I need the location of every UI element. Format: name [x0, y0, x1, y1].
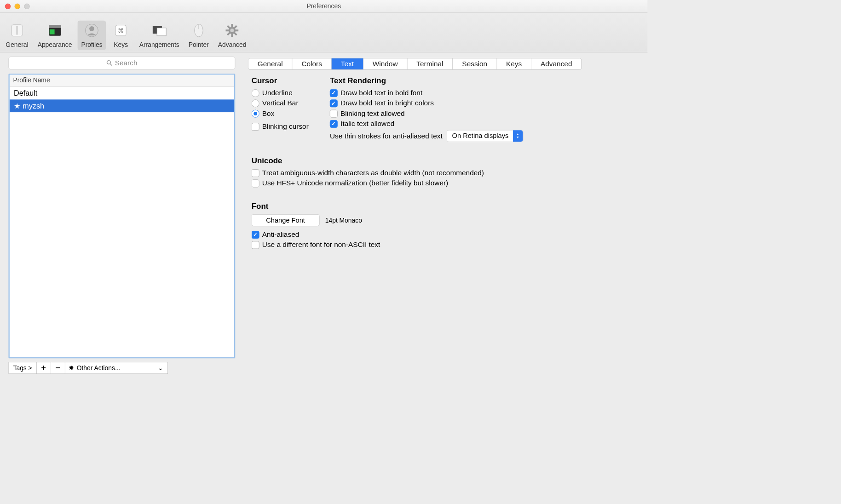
window-controls [5, 4, 30, 9]
profile-settings: General Colors Text Window Terminal Sess… [241, 52, 648, 378]
add-profile-button[interactable]: + [37, 362, 51, 374]
blinking-text-checkbox[interactable]: Blinking text allowed [330, 109, 523, 118]
profile-list[interactable]: Profile Name Default ★myzsh [8, 74, 235, 358]
cursor-underline-radio[interactable]: Underline [252, 89, 309, 97]
toolbar-item-advanced[interactable]: Advanced [214, 21, 250, 50]
tab-session[interactable]: Session [453, 58, 497, 69]
cursor-vertical-bar-radio[interactable]: Vertical Bar [252, 99, 309, 108]
arrangements-icon [151, 23, 167, 38]
font-section: Font Change Font 14pt Monaco Anti-aliase… [252, 201, 641, 249]
gear-icon: ✸ [69, 364, 74, 372]
blinking-cursor-checkbox[interactable]: Blinking cursor [252, 122, 309, 131]
toolbar-item-general[interactable]: General [2, 21, 32, 50]
svg-rect-3 [49, 25, 61, 28]
general-icon [9, 23, 25, 38]
tab-text[interactable]: Text [332, 58, 363, 69]
thin-strokes-select[interactable]: On Retina displays ▲▼ [447, 130, 523, 142]
current-font-label: 14pt Monaco [325, 217, 362, 224]
zoom-window-button[interactable] [24, 4, 29, 9]
bold-bright-checkbox[interactable]: Draw bold text in bright colors [330, 99, 523, 108]
advanced-icon [225, 23, 240, 38]
svg-rect-1 [16, 26, 17, 34]
thin-strokes-label: Use thin strokes for anti-aliased text [330, 132, 443, 140]
remove-profile-button[interactable]: − [51, 362, 65, 374]
close-window-button[interactable] [5, 4, 11, 9]
tab-advanced[interactable]: Advanced [531, 58, 582, 69]
unicode-heading: Unicode [252, 156, 641, 166]
tab-window[interactable]: Window [363, 58, 408, 69]
hfs-normalization-checkbox[interactable]: Use HFS+ Unicode normalization (better f… [252, 179, 641, 188]
cursor-box-radio[interactable]: Box [252, 109, 309, 118]
tab-general[interactable]: General [248, 58, 293, 69]
appearance-icon [47, 23, 63, 38]
titlebar: Preferences [0, 0, 648, 13]
toolbar-item-pointer[interactable]: Pointer [185, 21, 212, 50]
search-icon [106, 60, 113, 66]
tab-terminal[interactable]: Terminal [407, 58, 453, 69]
tags-button[interactable]: Tags > [8, 362, 36, 374]
sidebar-controls: Tags > + − ✸ Other Actions... ⌄ [8, 362, 235, 374]
change-font-button[interactable]: Change Font [252, 214, 320, 226]
text-rendering-heading: Text Rendering [330, 76, 523, 86]
font-heading: Font [252, 201, 641, 211]
other-actions-button[interactable]: ✸ Other Actions... ⌄ [65, 362, 167, 374]
pointer-icon [191, 23, 207, 38]
svg-text:⌘: ⌘ [118, 27, 124, 34]
anti-aliased-checkbox[interactable]: Anti-aliased [252, 230, 641, 239]
profiles-icon [84, 23, 100, 38]
italic-checkbox[interactable]: Italic text allowed [330, 120, 523, 128]
cursor-section: Cursor Underline Vertical Bar Box Blinki… [252, 76, 309, 142]
toolbar-item-profiles[interactable]: Profiles [78, 21, 106, 50]
window-title: Preferences [306, 2, 341, 10]
toolbar: General Appearance Profiles ⌘ Keys Arran… [0, 13, 648, 52]
non-ascii-font-checkbox[interactable]: Use a different font for non-ASCII text [252, 241, 641, 249]
select-arrows-icon: ▲▼ [513, 130, 523, 142]
tab-keys[interactable]: Keys [497, 58, 531, 69]
toolbar-item-arrangements[interactable]: Arrangements [136, 21, 183, 50]
search-input[interactable]: Search [8, 57, 235, 69]
profile-row-myzsh[interactable]: ★myzsh [10, 99, 234, 112]
keys-icon: ⌘ [113, 23, 129, 38]
star-icon: ★ [14, 102, 21, 110]
svg-point-19 [107, 61, 111, 64]
toolbar-item-keys[interactable]: ⌘ Keys [108, 21, 133, 50]
chevron-down-icon: ⌄ [158, 364, 163, 372]
svg-point-18 [230, 29, 234, 32]
profile-tabs: General Colors Text Window Terminal Sess… [248, 58, 582, 69]
sidebar: Search Profile Name Default ★myzsh Tags … [0, 52, 241, 378]
minimize-window-button[interactable] [15, 4, 20, 9]
profile-row-default[interactable]: Default [10, 87, 234, 100]
cursor-heading: Cursor [252, 76, 309, 86]
bold-font-checkbox[interactable]: Draw bold text in bold font [330, 89, 523, 97]
text-rendering-section: Text Rendering Draw bold text in bold fo… [330, 76, 523, 142]
profile-list-header[interactable]: Profile Name [10, 74, 234, 86]
svg-rect-4 [49, 29, 54, 34]
tab-colors[interactable]: Colors [292, 58, 331, 69]
svg-rect-10 [157, 28, 166, 36]
svg-line-20 [110, 64, 112, 66]
ambiguous-width-checkbox[interactable]: Treat ambiguous-width characters as doub… [252, 169, 641, 177]
toolbar-item-appearance[interactable]: Appearance [34, 21, 75, 50]
unicode-section: Unicode Treat ambiguous-width characters… [252, 156, 641, 188]
svg-point-6 [89, 26, 94, 31]
